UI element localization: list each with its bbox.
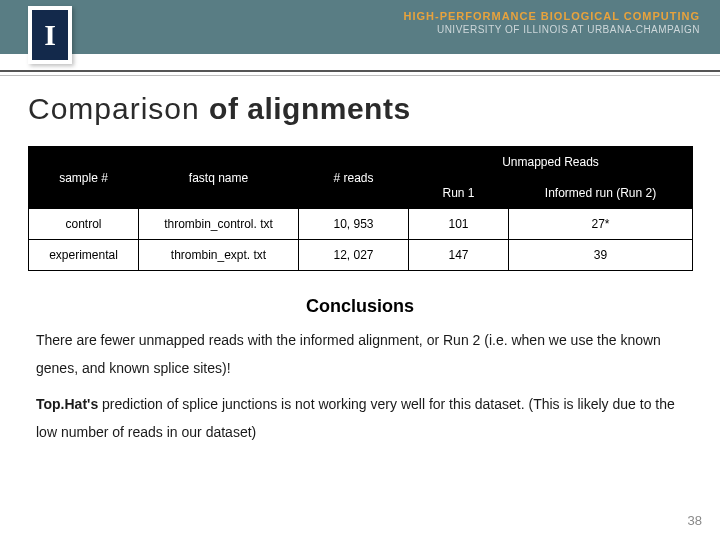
conclusions-body: There are fewer unmapped reads with the … xyxy=(36,326,684,454)
conclusion-p2-rest: prediction of splice junctions is not wo… xyxy=(36,396,675,440)
cell-fastq: thrombin_expt. txt xyxy=(139,240,299,271)
illinois-i-icon: I xyxy=(44,20,56,50)
table-row: experimental thrombin_expt. txt 12, 027 … xyxy=(29,240,693,271)
table-row: control thrombin_control. txt 10, 953 10… xyxy=(29,209,693,240)
illinois-logo-box: I xyxy=(32,10,68,60)
institution-line-2: UNIVERSITY OF ILLINOIS AT URBANA-CHAMPAI… xyxy=(403,24,700,35)
institution-line-1: HIGH-PERFORMANCE BIOLOGICAL COMPUTING xyxy=(403,10,700,22)
divider-thick xyxy=(0,70,720,72)
th-run1: Run 1 xyxy=(409,178,509,209)
cell-fastq: thrombin_control. txt xyxy=(139,209,299,240)
th-fastq: fastq name xyxy=(139,147,299,209)
conclusions-heading: Conclusions xyxy=(0,296,720,317)
title-part-1: Comparison xyxy=(28,92,209,125)
tophat-label: Top.Hat's xyxy=(36,396,98,412)
cell-reads: 12, 027 xyxy=(299,240,409,271)
cell-run2: 39 xyxy=(509,240,693,271)
conclusion-paragraph-2: Top.Hat's prediction of splice junctions… xyxy=(36,390,684,446)
th-sample: sample # xyxy=(29,147,139,209)
institution-block: HIGH-PERFORMANCE BIOLOGICAL COMPUTING UN… xyxy=(403,10,700,35)
th-run2: Informed run (Run 2) xyxy=(509,178,693,209)
illinois-logo: I xyxy=(28,6,72,64)
conclusion-paragraph-1: There are fewer unmapped reads with the … xyxy=(36,326,684,382)
cell-run1: 101 xyxy=(409,209,509,240)
header-bar: I HIGH-PERFORMANCE BIOLOGICAL COMPUTING … xyxy=(0,0,720,54)
cell-sample: experimental xyxy=(29,240,139,271)
table: sample # fastq name # reads Unmapped Rea… xyxy=(28,146,693,271)
page-number: 38 xyxy=(688,513,702,528)
slide: I HIGH-PERFORMANCE BIOLOGICAL COMPUTING … xyxy=(0,0,720,540)
th-unmapped-group: Unmapped Reads xyxy=(409,147,693,178)
slide-title: Comparison of alignments xyxy=(28,92,411,126)
divider-thin xyxy=(0,75,720,76)
cell-sample: control xyxy=(29,209,139,240)
cell-run1: 147 xyxy=(409,240,509,271)
th-reads: # reads xyxy=(299,147,409,209)
title-part-2: of alignments xyxy=(209,92,411,125)
cell-run2: 27* xyxy=(509,209,693,240)
comparison-table: sample # fastq name # reads Unmapped Rea… xyxy=(28,146,692,271)
cell-reads: 10, 953 xyxy=(299,209,409,240)
